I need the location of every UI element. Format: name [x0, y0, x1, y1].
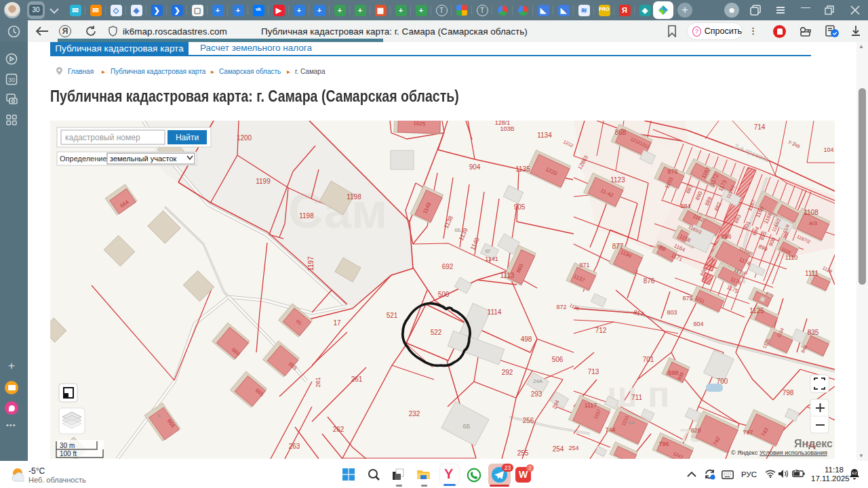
svg-text:820: 820 — [690, 427, 701, 434]
svg-text:255: 255 — [517, 449, 529, 457]
svg-text:1123: 1123 — [610, 176, 625, 184]
svg-text:835: 835 — [808, 329, 819, 336]
svg-text:1125: 1125 — [749, 307, 764, 314]
svg-text:100 ft: 100 ft — [60, 450, 77, 458]
svg-text:905: 905 — [514, 203, 526, 211]
svg-text:кадастровый номер: кадастровый номер — [65, 133, 140, 142]
svg-text:земельный участок: земельный участок — [110, 155, 177, 163]
svg-text:856: 856 — [721, 233, 731, 240]
svg-text:5-: 5- — [157, 413, 161, 419]
svg-text:884: 884 — [680, 203, 690, 209]
svg-text:Условия использования: Условия использования — [760, 449, 827, 456]
svg-text:6Б: 6Б — [463, 423, 471, 430]
svg-text:698: 698 — [668, 369, 678, 376]
svg-text:292: 292 — [502, 369, 513, 376]
svg-text:803: 803 — [667, 309, 677, 316]
svg-text:878: 878 — [667, 168, 677, 175]
svg-text:871: 871 — [579, 262, 589, 268]
svg-text:872: 872 — [556, 304, 566, 310]
svg-text:17: 17 — [333, 319, 341, 327]
svg-text:263: 263 — [289, 443, 300, 450]
svg-text:701: 701 — [643, 356, 654, 363]
svg-text:А/3: А/3 — [809, 220, 818, 226]
svg-text:1110: 1110 — [785, 254, 798, 261]
svg-text:293: 293 — [531, 390, 542, 398]
svg-text:254: 254 — [553, 445, 564, 453]
svg-text:254: 254 — [568, 445, 578, 451]
svg-text:498: 498 — [521, 336, 532, 343]
svg-text:30 m: 30 m — [60, 442, 75, 449]
svg-text:1200: 1200 — [237, 134, 252, 142]
svg-text:804: 804 — [693, 321, 703, 327]
svg-text:1134: 1134 — [537, 131, 552, 139]
svg-text:522: 522 — [431, 329, 442, 336]
svg-text:1141: 1141 — [485, 256, 498, 262]
svg-text:© Яндекс: © Яндекс — [731, 449, 758, 456]
svg-text:1111: 1111 — [805, 270, 818, 277]
svg-text:876: 876 — [644, 277, 655, 285]
svg-text:30: 30 — [8, 77, 15, 83]
svg-text:713: 713 — [588, 368, 599, 375]
svg-text:1197: 1197 — [307, 256, 315, 271]
svg-text:232: 232 — [409, 410, 420, 418]
svg-text:262: 262 — [333, 426, 344, 433]
svg-text:714: 714 — [754, 123, 766, 131]
svg-text:1198: 1198 — [299, 212, 314, 220]
svg-text:EZ: EZ — [852, 471, 857, 475]
svg-text:797: 797 — [743, 429, 753, 436]
svg-text:700: 700 — [717, 378, 728, 385]
svg-text:1108: 1108 — [804, 209, 818, 216]
svg-text:-6А: -6А — [627, 420, 635, 426]
svg-text:711: 711 — [631, 394, 642, 401]
svg-text:500: 500 — [438, 291, 450, 298]
svg-text:904: 904 — [469, 163, 481, 171]
svg-text:744: 744 — [605, 426, 615, 433]
svg-text:261: 261 — [351, 375, 363, 383]
svg-text:6Б: 6Б — [454, 227, 461, 233]
svg-text:У: У — [793, 141, 797, 146]
svg-text:1025: 1025 — [413, 121, 426, 127]
svg-text:Найти: Найти — [176, 133, 199, 142]
svg-text:104: 104 — [823, 146, 833, 153]
svg-text:692: 692 — [442, 263, 454, 270]
svg-text:798: 798 — [783, 389, 794, 396]
svg-text:1199: 1199 — [256, 178, 271, 185]
svg-text:506: 506 — [552, 356, 564, 363]
svg-text:712: 712 — [595, 327, 607, 334]
svg-text:875: 875 — [682, 295, 692, 302]
svg-text:261: 261 — [315, 377, 321, 387]
svg-text:1135: 1135 — [515, 165, 530, 173]
svg-text:Определение:: Определение: — [60, 155, 109, 163]
svg-text:1198: 1198 — [347, 193, 361, 201]
svg-text:1113: 1113 — [500, 272, 515, 279]
svg-text:796: 796 — [658, 441, 669, 447]
svg-text:24А: 24А — [533, 378, 543, 384]
svg-text:868: 868 — [615, 129, 627, 136]
svg-text:103В: 103В — [500, 125, 514, 132]
svg-text:1117: 1117 — [585, 402, 597, 409]
svg-text:6Г: 6Г — [486, 248, 492, 254]
svg-text:521: 521 — [387, 312, 398, 319]
svg-text:256: 256 — [523, 417, 534, 424]
svg-text:1114: 1114 — [488, 308, 502, 316]
